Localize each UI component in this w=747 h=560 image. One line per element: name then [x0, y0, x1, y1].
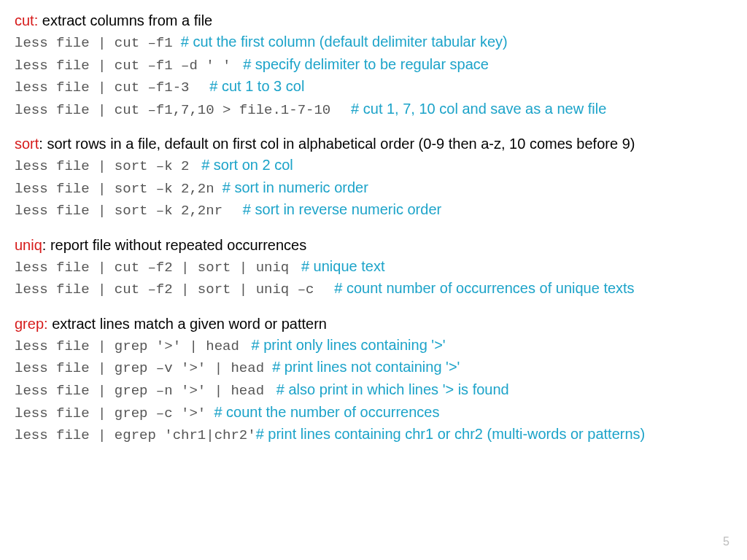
code-line: less file | sort –k 2,2n # sort in numer…	[15, 177, 732, 200]
cmd-name: cut:	[15, 12, 38, 28]
comment: # print lines not containing '>'	[272, 359, 460, 375]
code: less file | cut –f1-3	[15, 79, 189, 96]
section-grep: grep: extract lines match a given word o…	[15, 314, 732, 446]
code: less file | grep –v '>' | head	[15, 360, 264, 376]
comment: # print only lines containing '>'	[252, 337, 446, 353]
comment: # count number of occurrences of unique …	[334, 280, 634, 296]
cmd-desc: : report file without repeated occurrenc…	[42, 237, 306, 253]
code: less file | cut –f1 –d ' '	[15, 58, 231, 74]
comment: # also print in which lines '> is found	[276, 381, 509, 397]
code-line: less file | sort –k 2,2nr # sort in reve…	[15, 199, 732, 222]
code: less file | grep –n '>' | head	[15, 383, 264, 399]
section-header: uniq: report file without repeated occur…	[15, 235, 732, 256]
comment: # sort in reverse numeric order	[243, 201, 441, 217]
section-uniq: uniq: report file without repeated occur…	[15, 235, 732, 300]
comment: # specify delimiter to be regular space	[243, 56, 489, 72]
cmd-name: grep:	[15, 316, 48, 332]
code-line: less file | cut –f1-3 # cut 1 to 3 col	[15, 76, 732, 98]
code: less file | sort –k 2,2nr	[15, 203, 222, 219]
comment: # cut 1, 7, 10 col and save as a new fil…	[351, 101, 606, 117]
code-line: less file | grep '>' | head # print only…	[15, 335, 732, 357]
code-line: less file | grep –n '>' | head # also pr…	[15, 379, 732, 402]
comment: # unique text	[301, 258, 385, 274]
comment: # count the number of occurrences	[214, 404, 439, 420]
code: less file | grep –c '>'	[15, 405, 206, 421]
code-line: less file | cut –f1 # cut the first colu…	[15, 31, 732, 54]
section-sort: sort: sort rows in a file, default on fi…	[15, 133, 732, 222]
code-line: less file | sort –k 2 # sort on 2 col	[15, 155, 732, 177]
code-line: less file | cut –f1 –d ' ' # specify del…	[15, 54, 732, 77]
code: less file | cut –f2 | sort | uniq	[15, 260, 289, 276]
code: less file | sort –k 2,2n	[15, 181, 214, 197]
code-line: less file | cut –f1,7,10 > file.1-7-10 #…	[15, 98, 732, 121]
comment: # cut 1 to 3 col	[209, 78, 304, 94]
section-header: grep: extract lines match a given word o…	[15, 314, 732, 335]
section-header: sort: sort rows in a file, default on fi…	[15, 133, 732, 155]
code-line: less file | egrep 'chr1|chr2'# print lin…	[15, 424, 732, 446]
comment: # sort in numeric order	[222, 179, 368, 195]
code: less file | cut –f2 | sort | uniq –c	[15, 281, 314, 298]
cmd-name: uniq	[15, 237, 42, 253]
comment: # sort on 2 col	[201, 157, 293, 173]
cmd-desc: extract columns from a file	[38, 12, 212, 28]
section-cut: cut: extract columns from a file less fi…	[15, 10, 732, 120]
cmd-desc: extract lines match a given word or patt…	[48, 316, 327, 332]
code: less file | egrep 'chr1|chr2'	[15, 427, 256, 443]
cmd-desc: : sort rows in a file, default on first …	[39, 136, 635, 152]
cmd-name: sort	[15, 136, 39, 152]
comment: # print lines containing chr1 or chr2 (m…	[256, 426, 646, 442]
code-line: less file | grep –c '>' # count the numb…	[15, 402, 732, 424]
code: less file | grep '>' | head	[15, 338, 239, 354]
comment: # cut the first column (default delimite…	[181, 34, 508, 50]
code-line: less file | cut –f2 | sort | uniq –c # c…	[15, 278, 732, 300]
section-header: cut: extract columns from a file	[15, 10, 732, 31]
code: less file | sort –k 2	[15, 158, 189, 174]
code-line: less file | grep –v '>' | head # print l…	[15, 357, 732, 379]
code-line: less file | cut –f2 | sort | uniq # uniq…	[15, 256, 732, 279]
code: less file | cut –f1,7,10 > file.1-7-10	[15, 102, 330, 118]
page-number: 5	[723, 533, 729, 550]
code: less file | cut –f1	[15, 35, 173, 51]
